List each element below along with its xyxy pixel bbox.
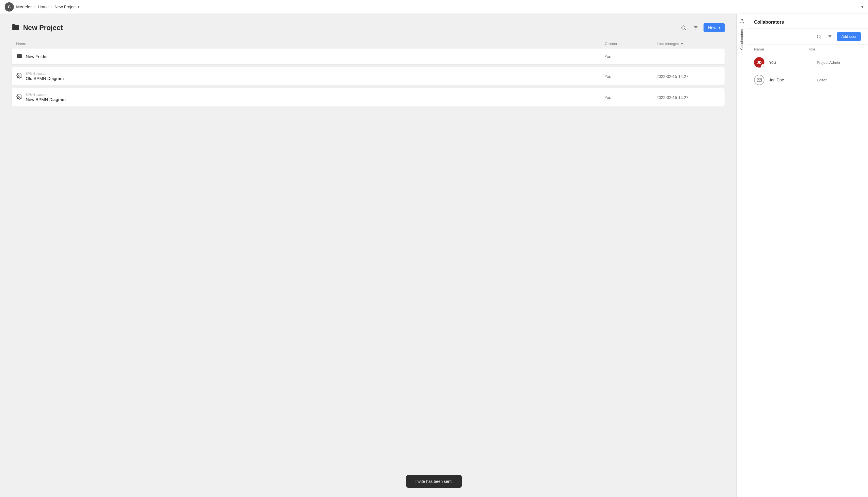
search-button[interactable] [679,23,688,32]
row-creator: You [605,54,656,59]
gear-icon [16,73,22,80]
collaborators-toolbar: Add user [747,29,868,45]
col-name-header: Name [16,42,605,46]
table-header: Name Creator Last changed ▼ [12,39,725,48]
col-last-changed-header: Last changed ▼ [657,42,720,46]
collab-row[interactable]: Jon Doe Editor [747,71,868,89]
table-row[interactable]: New Folder You [12,48,725,65]
filter-button[interactable] [691,23,700,32]
app-logo: C [5,2,14,12]
collab-search-button[interactable] [815,33,823,41]
svg-point-5 [19,75,20,76]
avatar: JD ✦ [754,57,764,68]
row-type: BPMN diagram [26,93,66,96]
collab-name: Jon Doe [769,77,813,82]
app-name: Modeler [16,4,32,9]
svg-line-1 [684,29,685,29]
collab-table-header: Name Role [747,45,868,54]
breadcrumb-home[interactable]: Home [38,5,48,9]
table-row[interactable]: BPMN diagram New BPMN Diagram You 2022-0… [12,88,725,107]
add-user-button[interactable]: Add user [837,32,861,41]
header-actions: New ▾ [679,23,725,32]
toast-notification: Invite has been sent. [406,475,462,488]
collab-filter-button[interactable] [826,33,834,41]
avatar-badge: ✦ [761,64,765,68]
row-name: New BPMN Diagram [26,97,66,102]
page-title: New Project [23,24,63,32]
collab-col-role: Role [808,47,862,52]
svg-point-6 [19,96,20,98]
row-name: New Folder [26,54,48,59]
new-button-chevron-icon: ▾ [719,26,720,30]
nav-separator-2: › [51,4,53,9]
row-creator: You [605,74,656,79]
svg-point-8 [817,35,820,38]
file-table: Name Creator Last changed ▼ New Folde [12,39,725,107]
collab-name: You [769,60,813,65]
row-name-group: New Folder [16,53,605,60]
row-name-group: BPMN diagram New BPMN Diagram [16,93,605,102]
collab-row[interactable]: JD ✦ You Project Admin [747,54,868,71]
nav-right-chevron-icon[interactable]: ▾ [862,5,863,9]
row-date: 2022-02-15 14:27 [656,95,720,100]
collab-role: Project Admin [817,60,862,65]
collaborators-tab[interactable]: Collaborators [736,14,747,497]
svg-point-0 [682,26,685,29]
collaborators-tab-label: Collaborators [740,29,744,49]
sort-icon: ▼ [680,42,684,46]
page-header: New Project New ▾ [12,23,725,32]
top-nav: C Modeler › Home › New Project ▾ ▾ [0,0,868,14]
row-creator: You [605,95,656,100]
user-icon [739,18,745,26]
row-type: BPMN diagram [26,72,64,75]
collab-list: JD ✦ You Project Admin Jon Doe Editor [747,54,868,89]
row-date: 2022-02-15 14:27 [656,74,720,79]
collaborators-panel: Collaborators Add user Name Role [747,14,868,497]
page-folder-icon [12,23,20,32]
page-title-group: New Project [12,23,63,32]
new-button[interactable]: New ▾ [704,23,725,32]
collaborators-panel-title: Collaborators [747,14,868,29]
row-name: Old BPMN Diagram [26,76,64,81]
folder-icon [16,53,22,60]
main-layout: New Project New ▾ [0,14,868,497]
gear-icon [16,94,22,101]
avatar [754,75,764,85]
row-name-group: BPMN diagram Old BPMN Diagram [16,72,605,81]
nav-separator: › [34,4,35,9]
table-row[interactable]: BPMN diagram Old BPMN Diagram You 2022-0… [12,67,725,86]
svg-point-7 [741,19,743,22]
col-creator-header: Creator [605,42,657,46]
svg-line-9 [820,38,821,38]
breadcrumb-chevron-icon: ▾ [78,5,79,9]
collab-role: Editor [817,78,862,82]
collab-col-name: Name [754,47,808,52]
content-area: New Project New ▾ [0,14,736,497]
breadcrumb-current[interactable]: New Project ▾ [55,5,79,9]
